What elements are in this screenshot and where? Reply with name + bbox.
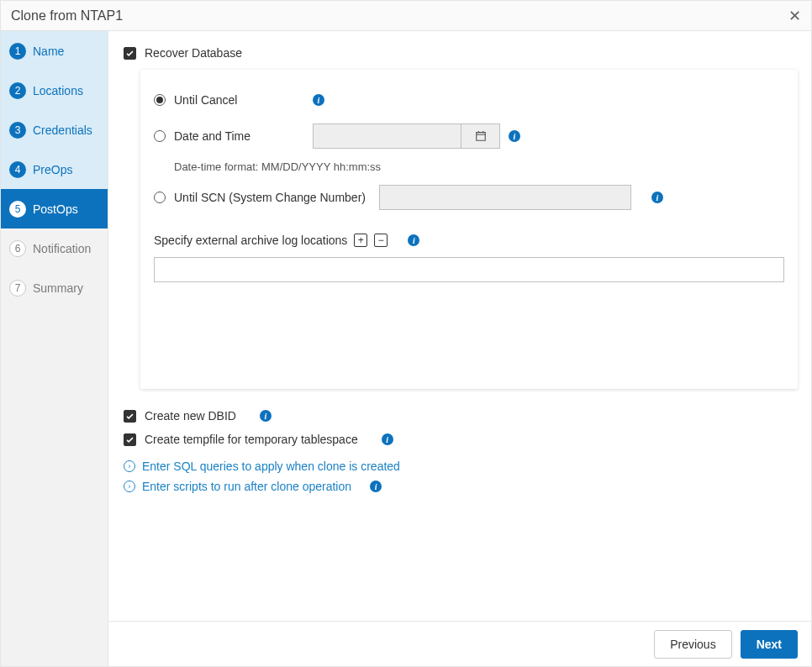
- calendar-icon: [475, 130, 487, 142]
- chevron-right-icon: [124, 460, 135, 472]
- until-cancel-info-icon[interactable]: [313, 94, 324, 106]
- archive-loc-label: Specify external archive log locations: [154, 234, 347, 247]
- window-title: Clone from NTAP1: [11, 8, 123, 24]
- step-credentials[interactable]: 3 Credentials: [1, 110, 108, 150]
- step-notification[interactable]: 6 Notification: [1, 228, 108, 268]
- recover-database-label: Recover Database: [145, 46, 242, 60]
- main-area: Recover Database Until Cancel Date and T…: [108, 31, 811, 666]
- date-time-radio[interactable]: [154, 130, 166, 142]
- title-bar: Clone from NTAP1 ✕: [1, 1, 811, 31]
- minus-icon: −: [378, 235, 384, 245]
- step-number: 5: [9, 201, 26, 218]
- until-scn-label: Until SCN (System Change Number): [174, 191, 366, 204]
- recovery-panel: Until Cancel Date and Time: [140, 70, 798, 389]
- create-tempfile-info-icon[interactable]: [382, 433, 393, 445]
- create-tempfile-row: Create tempfile for temporary tablespace: [124, 433, 798, 446]
- step-label: Notification: [33, 242, 91, 255]
- until-cancel-label: Until Cancel: [174, 93, 304, 107]
- plus-icon: +: [358, 235, 364, 245]
- archive-info-icon[interactable]: [408, 234, 419, 246]
- step-number: 1: [9, 43, 26, 60]
- date-time-row: Date and Time: [154, 115, 784, 157]
- previous-button[interactable]: Previous: [654, 630, 731, 659]
- step-label: Locations: [33, 84, 83, 97]
- archive-path-input[interactable]: [154, 257, 784, 282]
- post-scripts-label: Enter scripts to run after clone operati…: [142, 480, 351, 493]
- until-scn-info-icon[interactable]: [651, 192, 663, 203]
- create-dbid-checkbox[interactable]: [124, 410, 136, 423]
- create-dbid-label: Create new DBID: [145, 409, 236, 423]
- post-scripts-info-icon[interactable]: [370, 481, 382, 492]
- recover-database-row: Recover Database: [124, 46, 798, 60]
- step-preops[interactable]: 4 PreOps: [1, 150, 108, 189]
- below-panel: Create new DBID Create tempfile for temp…: [124, 409, 798, 496]
- step-label: PostOps: [33, 202, 78, 216]
- calendar-button[interactable]: [461, 123, 500, 149]
- chevron-right-icon: [124, 481, 135, 492]
- archive-loc-row: Specify external archive log locations +…: [154, 220, 784, 255]
- post-scripts-link[interactable]: Enter scripts to run after clone operati…: [124, 476, 798, 496]
- step-number: 6: [9, 240, 26, 257]
- clone-wizard-window: Clone from NTAP1 ✕ 1 Name 2 Locations 3 …: [0, 0, 812, 667]
- until-scn-row: Until SCN (System Change Number): [154, 180, 784, 220]
- date-time-label: Date and Time: [174, 129, 304, 143]
- date-time-hint: Date-time format: MM/DD/YYYY hh:mm:ss: [154, 157, 784, 180]
- postops-form: Recover Database Until Cancel Date and T…: [108, 31, 811, 621]
- close-button[interactable]: ✕: [788, 8, 801, 24]
- body: 1 Name 2 Locations 3 Credentials 4 PreOp…: [1, 31, 811, 666]
- step-number: 4: [9, 161, 26, 178]
- step-label: Name: [33, 45, 64, 58]
- date-time-group: [313, 123, 520, 149]
- step-label: Summary: [33, 281, 83, 295]
- archive-remove-button[interactable]: −: [374, 234, 388, 247]
- create-dbid-info-icon[interactable]: [260, 410, 272, 422]
- step-label: Credentials: [33, 123, 92, 137]
- step-number: 3: [9, 122, 26, 139]
- step-number: 7: [9, 280, 26, 297]
- date-time-info-icon[interactable]: [509, 130, 520, 142]
- until-scn-input[interactable]: [379, 185, 631, 210]
- step-summary[interactable]: 7 Summary: [1, 268, 108, 307]
- step-locations[interactable]: 2 Locations: [1, 71, 108, 110]
- until-scn-radio[interactable]: [154, 192, 166, 203]
- until-cancel-row: Until Cancel: [154, 85, 784, 115]
- date-time-input[interactable]: [313, 123, 461, 149]
- step-postops[interactable]: 5 PostOps: [1, 189, 108, 228]
- create-dbid-row: Create new DBID: [124, 409, 798, 423]
- recover-database-checkbox[interactable]: [124, 47, 136, 60]
- until-cancel-radio[interactable]: [154, 94, 166, 106]
- step-name[interactable]: 1 Name: [1, 31, 108, 71]
- archive-add-button[interactable]: +: [354, 234, 367, 247]
- next-button[interactable]: Next: [741, 630, 798, 659]
- step-label: PreOps: [33, 163, 72, 176]
- wizard-sidebar: 1 Name 2 Locations 3 Credentials 4 PreOp…: [1, 31, 108, 666]
- sql-queries-link[interactable]: Enter SQL queries to apply when clone is…: [124, 456, 798, 476]
- create-tempfile-checkbox[interactable]: [124, 433, 136, 446]
- create-tempfile-label: Create tempfile for temporary tablespace: [145, 433, 358, 446]
- sql-queries-label: Enter SQL queries to apply when clone is…: [142, 460, 400, 473]
- wizard-footer: Previous Next: [108, 621, 811, 666]
- step-number: 2: [9, 82, 26, 99]
